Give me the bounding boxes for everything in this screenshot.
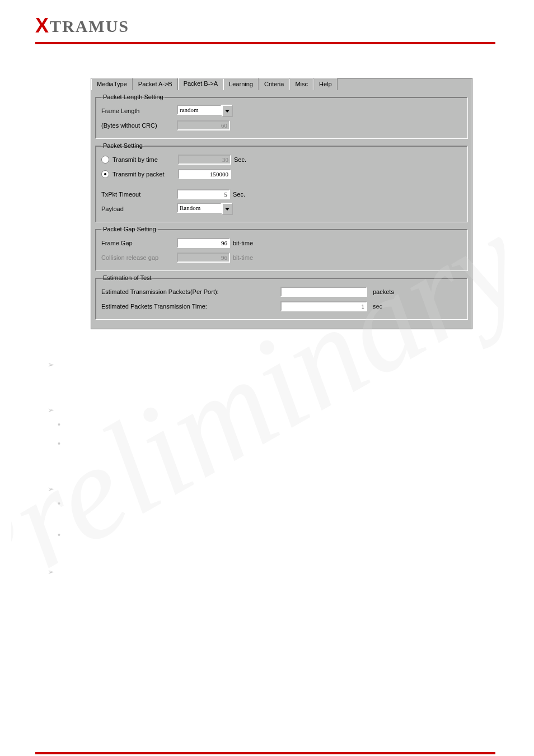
tab-learning[interactable]: Learning — [223, 78, 259, 90]
transmit-by-time-label: Transmit by time — [113, 156, 178, 163]
top-divider — [35, 42, 495, 44]
transmit-by-time-radio[interactable] — [101, 156, 109, 164]
est-time-unit: sec — [373, 303, 382, 310]
dot-bullet: • — [58, 499, 534, 508]
chevron-down-icon — [225, 208, 229, 211]
est-time-output — [280, 301, 367, 311]
collision-gap-label: Collision release gap — [101, 254, 177, 261]
payload-label: Payload — [101, 206, 177, 212]
tab-packet-b-a[interactable]: Packet B->A — [178, 77, 223, 90]
collision-gap-unit: bit-time — [233, 254, 253, 261]
bullet-list: ➢ ➢ • • ➢ • • ➢ — [48, 360, 534, 576]
arrow-bullet: ➢ — [48, 484, 534, 493]
est-packets-label: Estimated Transmission Packets(Per Port)… — [101, 288, 236, 295]
frame-length-select[interactable] — [177, 105, 222, 115]
frame-length-label: Frame Length — [101, 108, 177, 114]
packet-gap-legend: Packet Gap Setting — [101, 226, 158, 232]
packet-setting-group: Packet Setting Transmit by time Sec. Tra… — [95, 142, 468, 222]
txpkt-timeout-label: TxPkt Timeout — [101, 191, 177, 198]
transmit-by-packet-radio[interactable] — [101, 170, 109, 178]
est-packets-unit: packets — [373, 288, 394, 295]
transmit-time-unit: Sec. — [234, 156, 246, 163]
estimation-group: Estimation of Test Estimated Transmissio… — [95, 274, 468, 320]
chevron-down-icon — [225, 110, 229, 113]
tab-help[interactable]: Help — [313, 78, 338, 90]
transmit-by-packet-label: Transmit by packet — [113, 171, 178, 178]
payload-dropdown-button[interactable] — [222, 203, 233, 215]
payload-select[interactable] — [177, 203, 222, 213]
tab-criteria[interactable]: Criteria — [259, 78, 289, 90]
frame-gap-unit: bit-time — [233, 240, 253, 246]
arrow-bullet: ➢ — [48, 405, 534, 414]
transmit-packet-input[interactable] — [178, 169, 231, 179]
packet-setting-legend: Packet Setting — [101, 142, 144, 149]
dot-bullet: • — [58, 420, 534, 429]
arrow-bullet: ➢ — [48, 567, 534, 576]
frame-gap-label: Frame Gap — [101, 240, 177, 246]
tab-packet-a-b[interactable]: Packet A->B — [133, 78, 178, 90]
txpkt-timeout-input[interactable] — [177, 189, 230, 199]
bytes-label: (Bytes without CRC) — [101, 122, 177, 129]
bottom-divider — [35, 752, 495, 754]
estimation-legend: Estimation of Test — [101, 274, 153, 281]
dot-bullet: • — [58, 530, 534, 539]
arrow-bullet: ➢ — [48, 360, 534, 369]
packet-length-group: Packet Length Setting Frame Length (Byte… — [95, 94, 468, 139]
tab-mediatype[interactable]: MediaType — [91, 78, 133, 90]
app-window: MediaType Packet A->B Packet B->A Learni… — [91, 78, 472, 329]
transmit-time-input — [178, 155, 231, 165]
collision-gap-input — [177, 253, 230, 263]
bytes-input — [177, 120, 230, 130]
tab-bar: MediaType Packet A->B Packet B->A Learni… — [91, 78, 472, 90]
frame-length-dropdown-button[interactable] — [222, 105, 233, 117]
dot-bullet: • — [58, 439, 534, 448]
est-time-label: Estimated Packets Transmission Time: — [101, 303, 236, 310]
frame-gap-input[interactable] — [177, 238, 230, 248]
tab-panel: Packet Length Setting Frame Length (Byte… — [91, 90, 472, 329]
est-packets-output — [280, 287, 367, 297]
txpkt-timeout-unit: Sec. — [233, 191, 245, 198]
packet-length-legend: Packet Length Setting — [101, 94, 165, 100]
brand-logo: XTRAMUS — [35, 14, 534, 38]
packet-gap-group: Packet Gap Setting Frame Gap bit-time Co… — [95, 226, 468, 271]
tab-misc[interactable]: Misc — [289, 78, 313, 90]
radio-dot-icon — [104, 173, 106, 175]
